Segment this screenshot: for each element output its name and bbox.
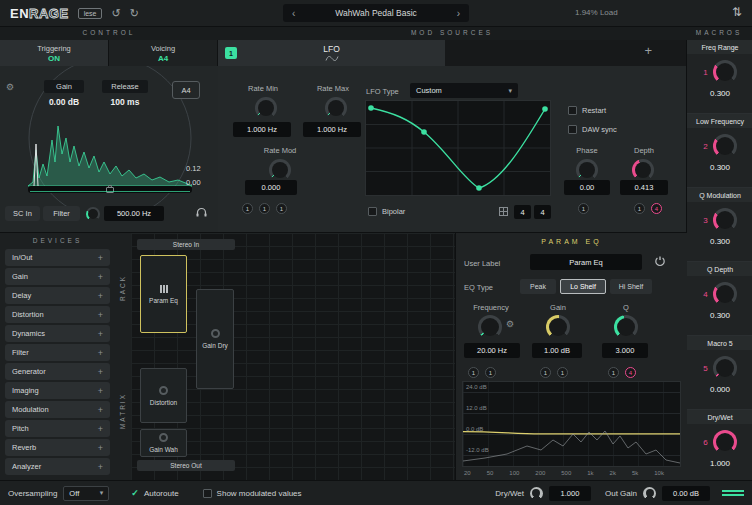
device-category-item[interactable]: Generator + (5, 363, 110, 380)
headphones-icon[interactable] (196, 207, 207, 217)
lfo-curve-point[interactable] (368, 105, 374, 111)
macro-knob[interactable] (713, 134, 737, 158)
outgain-knob[interactable] (643, 487, 656, 500)
add-device-icon[interactable]: + (98, 405, 103, 415)
preset-name[interactable]: WahWah Pedal Basic (335, 8, 417, 18)
rate-mod-value[interactable]: 0.000 (245, 180, 297, 195)
q-knob[interactable] (614, 315, 638, 339)
device-category-item[interactable]: Pitch + (5, 420, 110, 437)
depth-value[interactable]: 0.413 (620, 180, 668, 195)
preset-selector[interactable]: ‹ WahWah Pedal Basic › (283, 4, 469, 22)
eq-response-graph[interactable]: 24.0 dB12.0 dB0.0 dB-12.0 dB (462, 381, 681, 467)
redo-icon[interactable]: ↻ (130, 7, 139, 20)
eq-type-hi-shelf-button[interactable]: Hi Shelf (610, 279, 652, 294)
add-device-icon[interactable]: + (98, 329, 103, 339)
filter-button[interactable]: Filter (43, 206, 80, 221)
macro-knob[interactable] (713, 208, 737, 232)
phase-value[interactable]: 0.00 (564, 180, 610, 195)
outgain-value[interactable]: 0.00 dB (662, 486, 710, 501)
sc-in-button[interactable]: SC In (5, 206, 40, 221)
restart-checkbox[interactable] (568, 106, 577, 115)
device-category-item[interactable]: Filter + (5, 344, 110, 361)
trigger-settings-gear-icon[interactable]: ⚙ (6, 82, 14, 92)
mod-slot[interactable]: 1 (634, 203, 645, 214)
frequency-value[interactable]: 20.00 Hz (464, 343, 520, 358)
tab-voicing[interactable]: Voicing A4 (109, 40, 218, 66)
macro-knob[interactable] (713, 356, 737, 380)
add-device-icon[interactable]: + (98, 310, 103, 320)
release-value[interactable]: 100 ms (103, 97, 147, 107)
add-device-icon[interactable]: + (98, 443, 103, 453)
mod-slot-active[interactable]: 4 (651, 203, 662, 214)
eq-type-peak-button[interactable]: Peak (520, 279, 556, 294)
mod-slot[interactable]: 1 (578, 203, 589, 214)
mod-slot[interactable]: 1 (242, 203, 253, 214)
eq-gain-knob[interactable] (546, 315, 570, 339)
grid-x-value[interactable]: 4 (514, 205, 531, 219)
device-name-input[interactable]: Param Eq (530, 254, 642, 270)
phase-knob[interactable] (576, 159, 598, 181)
mod-slot[interactable]: 1 (259, 203, 270, 214)
add-device-icon[interactable]: + (98, 253, 103, 263)
macro-value[interactable]: 0.300 (687, 237, 752, 246)
rate-min-knob[interactable] (255, 97, 277, 119)
add-device-icon[interactable]: + (98, 386, 103, 396)
preset-next-icon[interactable]: › (457, 8, 460, 19)
macro-knob[interactable] (713, 282, 737, 306)
frequency-settings-gear-icon[interactable]: ⚙ (506, 319, 514, 329)
filter-freq-knob[interactable] (86, 207, 100, 221)
gain-value[interactable]: 0.00 dB (42, 97, 86, 107)
mod-slot[interactable]: 1 (485, 367, 496, 378)
device-category-item[interactable]: Dynamics + (5, 325, 110, 342)
macro-value[interactable]: 0.300 (687, 311, 752, 320)
mod-slot[interactable]: 1 (276, 203, 287, 214)
mod-slot-active[interactable]: 4 (625, 367, 636, 378)
rate-max-knob[interactable] (325, 97, 347, 119)
grid-snap-icon[interactable] (499, 207, 508, 216)
add-mod-source-button[interactable]: + (644, 43, 652, 58)
drywet-value[interactable]: 1.000 (549, 486, 591, 501)
filter-freq-value[interactable]: 500.00 Hz (104, 206, 164, 221)
device-block-distortion[interactable]: Distortion (140, 368, 187, 423)
undo-icon[interactable]: ↺ (111, 7, 120, 20)
lfo-curve-display[interactable] (365, 100, 551, 196)
device-category-item[interactable]: In/Out + (5, 249, 110, 266)
macro-value[interactable]: 0.300 (687, 163, 752, 172)
add-device-icon[interactable]: + (98, 367, 103, 377)
macro-value[interactable]: 0.000 (687, 385, 752, 394)
macro-value[interactable]: 1.000 (687, 459, 752, 468)
device-category-item[interactable]: Analyzer + (5, 458, 110, 475)
add-device-icon[interactable]: + (98, 272, 103, 282)
show-modulated-checkbox[interactable] (203, 489, 212, 498)
add-device-icon[interactable]: + (98, 291, 103, 301)
macro-knob[interactable] (713, 430, 737, 454)
mod-slot[interactable]: 1 (608, 367, 619, 378)
lfo-type-dropdown[interactable]: Custom ▾ (410, 83, 518, 98)
rate-max-value[interactable]: 1.000 Hz (303, 122, 361, 137)
lock-icon[interactable] (106, 187, 114, 193)
threshold-slider[interactable] (28, 186, 192, 193)
mod-slot[interactable]: 1 (557, 367, 568, 378)
add-device-icon[interactable]: + (98, 424, 103, 434)
device-category-item[interactable]: Distortion + (5, 306, 110, 323)
lfo-curve-point[interactable] (542, 106, 548, 112)
device-category-item[interactable]: Delay + (5, 287, 110, 304)
eq-type-lo-shelf-button[interactable]: Lo Shelf (560, 279, 606, 294)
device-category-item[interactable]: Modulation + (5, 401, 110, 418)
stereo-out-node[interactable]: Stereo Out (137, 460, 235, 471)
macro-knob[interactable] (713, 60, 737, 84)
power-icon[interactable] (654, 255, 666, 267)
eq-gain-value[interactable]: 1.00 dB (532, 343, 582, 358)
depth-knob[interactable] (632, 159, 654, 181)
lfo-curve-point[interactable] (421, 129, 427, 135)
grid-y-value[interactable]: 4 (534, 205, 551, 219)
autoroute-checkbox[interactable]: ✓ (131, 488, 139, 498)
mod-slot[interactable]: 1 (468, 367, 479, 378)
add-device-icon[interactable]: + (98, 462, 103, 472)
device-block-gain-wah[interactable]: Gain Wah (140, 429, 187, 457)
macro-value[interactable]: 0.300 (687, 89, 752, 98)
rate-mod-knob[interactable] (269, 159, 291, 181)
device-block-param-eq[interactable]: Param Eq (140, 255, 187, 333)
stereo-in-node[interactable]: Stereo In (137, 239, 235, 250)
device-block-gain-dry[interactable]: Gain Dry (196, 289, 234, 389)
